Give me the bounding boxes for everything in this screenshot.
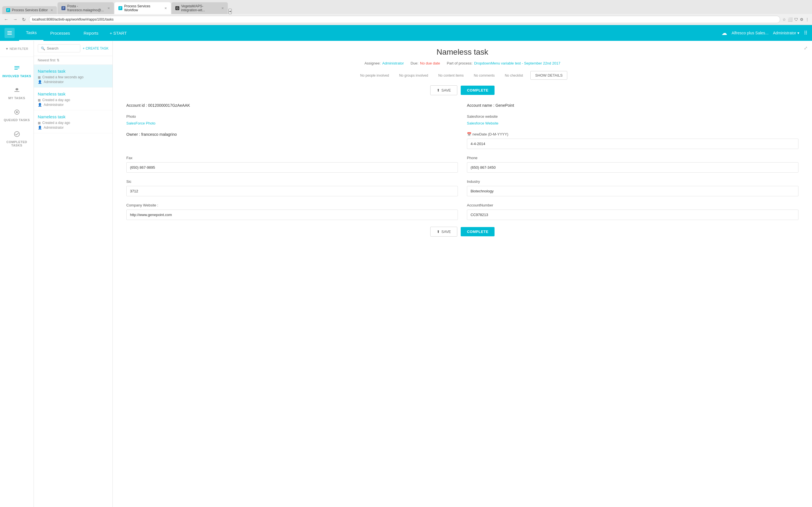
left-sidebar: ▼ NEW FILTER INVOLVED TASKS MY TASKS — [0, 41, 34, 507]
task-item-2-title: Nameless task — [38, 92, 109, 96]
phone-label: Phone — [467, 156, 799, 160]
screenshot-icon[interactable]: ⬜ — [788, 17, 793, 22]
form-col-fax: Fax — [126, 156, 458, 173]
browser-tab-1[interactable]: P Process Services Editor ✕ — [2, 6, 57, 14]
task-item-3-created: ▦ Created a day ago — [38, 121, 109, 125]
forward-button[interactable]: → — [12, 16, 18, 22]
admin-label[interactable]: Administrator ▾ — [773, 31, 799, 35]
grid-icon[interactable]: ⠿ — [804, 30, 808, 36]
task-item-1-created: ▦ Created a few seconds ago — [38, 75, 109, 79]
browser-tab-3[interactable]: P Process Services Workflow ✕ — [114, 2, 171, 14]
save-button-top[interactable]: ⬆ SAVE — [430, 86, 458, 95]
queued-tasks-icon — [13, 109, 20, 117]
company-website-input[interactable] — [126, 210, 458, 220]
process-value: DropdownMenu variable test - September 2… — [474, 61, 560, 65]
form-col-owner: Owner : francesco malagrino — [126, 132, 458, 149]
task-list-header: 🔍 + CREATE TASK — [34, 41, 112, 56]
search-input[interactable] — [47, 46, 77, 50]
show-details-button[interactable]: SHOW DETAILS — [530, 71, 567, 80]
form-row-account: Account id : 00120000017GzAeAAK Account … — [126, 103, 799, 108]
task-form: Account id : 00120000017GzAeAAK Account … — [122, 103, 803, 220]
newdate-input[interactable] — [467, 138, 799, 149]
app-bar-nav: Tasks Processes Reports — [19, 25, 105, 41]
process-label: Part of process: — [447, 61, 472, 65]
pill-groups: No groups involved — [396, 72, 431, 78]
svg-rect-2 — [7, 34, 12, 35]
task-list-items: Nameless task ▦ Created a few seconds ag… — [34, 65, 112, 507]
task-info-pills: No people involved No groups involved No… — [122, 71, 803, 80]
new-filter-button[interactable]: ▼ NEW FILTER — [3, 45, 31, 52]
assignee-value: Administrator — [382, 61, 404, 65]
task-item-3-title: Nameless task — [38, 114, 109, 119]
tab-close-3[interactable]: ✕ — [164, 6, 167, 10]
nav-processes[interactable]: Processes — [43, 25, 77, 41]
pill-comments: No comments — [471, 72, 497, 78]
fax-input[interactable] — [126, 162, 458, 173]
save-button-bottom[interactable]: ⬆ SAVE — [430, 227, 458, 237]
app-logo[interactable] — [4, 28, 15, 38]
menu-icon[interactable]: ⋮ — [805, 17, 809, 22]
sidebar-item-involved[interactable]: INVOLVED TASKS — [0, 61, 34, 81]
tab-favicon-3: P — [118, 6, 122, 10]
back-button[interactable]: ← — [3, 16, 10, 22]
reload-button[interactable]: ↻ — [21, 16, 27, 23]
user-label[interactable]: Alfresco plus Sales... — [732, 31, 769, 35]
bookmark-icon[interactable]: ☆ — [782, 17, 786, 22]
form-col-phone: Phone — [467, 156, 799, 173]
calendar-icon-3: ▦ — [38, 121, 41, 125]
sidebar-item-completed[interactable]: COMPLETED TASKS — [0, 127, 34, 151]
new-tab-button[interactable]: + — [229, 9, 232, 14]
task-actions-top: ⬆ SAVE COMPLETE — [122, 86, 803, 95]
account-number-label: AccountNumber — [467, 203, 799, 207]
browser-tab-2[interactable]: P Posta - francesco.malagrino@... ✕ — [57, 2, 114, 14]
filter-icon: ▼ — [5, 47, 8, 50]
industry-input[interactable] — [467, 186, 799, 196]
browser-tabs: P Process Services Editor ✕ P Posta - fr… — [0, 0, 812, 14]
cloud-icon: ☁ — [721, 30, 727, 36]
expand-icon[interactable]: ⤢ — [804, 45, 808, 51]
person-icon-1: 👤 — [38, 80, 42, 84]
tab-close-4[interactable]: ✕ — [221, 6, 224, 10]
complete-button-bottom[interactable]: COMPLETE — [461, 227, 495, 236]
task-item-3-assignee: 👤 Administrator — [38, 126, 109, 129]
my-tasks-icon — [13, 87, 20, 95]
nav-tasks[interactable]: Tasks — [19, 25, 43, 41]
my-tasks-label: MY TASKS — [8, 96, 26, 100]
extension-icon[interactable]: ⚙ — [800, 17, 804, 22]
form-col-industry: Industry — [467, 179, 799, 196]
person-icon-3: 👤 — [38, 126, 42, 129]
tab-close-2[interactable]: ✕ — [107, 6, 110, 10]
account-number-input[interactable] — [467, 210, 799, 220]
task-item-1[interactable]: Nameless task ▦ Created a few seconds ag… — [34, 65, 112, 88]
calendar-icon-1: ▦ — [38, 75, 41, 79]
newdate-label: 📅 newDate (D-M-YYYY) — [467, 132, 799, 136]
completed-tasks-icon — [13, 131, 20, 139]
form-col-sic: Sic — [126, 179, 458, 196]
sic-input[interactable] — [126, 186, 458, 196]
svg-rect-7 — [15, 88, 18, 91]
involved-tasks-icon — [13, 65, 20, 73]
task-item-2[interactable]: Nameless task ▦ Created a day ago 👤 Admi… — [34, 88, 112, 110]
sidebar-item-my[interactable]: MY TASKS — [0, 83, 34, 103]
search-box[interactable]: 🔍 — [38, 44, 80, 52]
tab-close-1[interactable]: ✕ — [50, 8, 53, 12]
sort-row[interactable]: Newest first ⇅ — [34, 56, 112, 65]
address-bar[interactable] — [29, 16, 780, 23]
svg-rect-1 — [7, 33, 12, 33]
browser-tab-4[interactable]: G VegetaM/APS-integration-wit... ✕ — [171, 2, 228, 14]
phone-input[interactable] — [467, 162, 799, 173]
sidebar-item-queued[interactable]: QUEUED TASKS — [0, 105, 34, 125]
form-row-photo: Photo SalesForce Photo Salesforce websit… — [126, 114, 799, 125]
industry-label: Industry — [467, 179, 799, 184]
adblocker-icon[interactable]: 🛡 — [794, 17, 798, 22]
salesforce-photo-link[interactable]: SalesForce Photo — [126, 121, 155, 125]
task-item-3[interactable]: Nameless task ▦ Created a day ago 👤 Admi… — [34, 110, 112, 133]
complete-button-top[interactable]: COMPLETE — [461, 86, 495, 95]
svg-rect-0 — [7, 31, 12, 32]
nav-reports[interactable]: Reports — [77, 25, 105, 41]
svg-rect-5 — [14, 69, 18, 69]
create-task-button[interactable]: + CREATE TASK — [83, 47, 109, 50]
salesforce-website-link[interactable]: Salesforce Website — [467, 121, 499, 125]
start-button[interactable]: + START — [110, 31, 127, 36]
task-item-2-created: ▦ Created a day ago — [38, 98, 109, 102]
